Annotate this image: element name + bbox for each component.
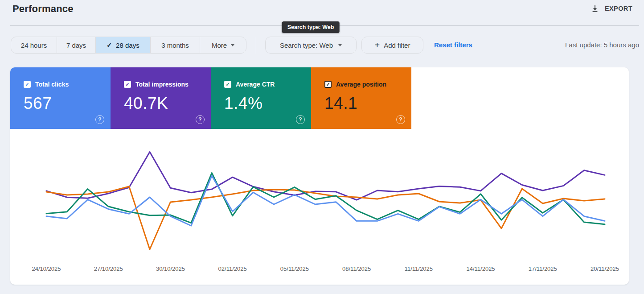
add-filter-button[interactable]: + Add filter: [361, 37, 423, 54]
filter-bar: 24 hours7 days✓28 days3 monthsMore Searc…: [11, 37, 639, 54]
filter-separator: [256, 37, 256, 54]
report-panel: ✓Total clicks567?✓Total impressions40.7K…: [10, 67, 629, 285]
date-range-label: 24 hours: [21, 41, 47, 49]
x-axis-tick: 27/10/2025: [94, 265, 123, 272]
metric-value: 567: [24, 94, 111, 113]
date-range-label: 28 days: [116, 41, 139, 49]
metric-card-header: ✓Average CTR: [224, 81, 311, 88]
reset-filters-link[interactable]: Reset filters: [434, 37, 472, 54]
metric-label: Average CTR: [236, 81, 275, 88]
metric-label: Total clicks: [35, 81, 69, 88]
plus-icon: +: [375, 41, 380, 50]
metric-card-total-impressions[interactable]: ✓Total impressions40.7K?: [111, 67, 211, 129]
metric-checkbox-average-position[interactable]: ✓: [324, 81, 332, 88]
date-range-label: 3 months: [161, 41, 189, 49]
metric-card-header: ✓Average position: [324, 81, 411, 88]
metric-value: 1.4%: [224, 94, 311, 113]
date-range-chip-3-months[interactable]: 3 months: [151, 37, 200, 53]
x-axis-tick: 11/11/2025: [405, 265, 433, 272]
metric-checkbox-total-impressions[interactable]: ✓: [124, 81, 131, 88]
x-axis-tick: 05/11/2025: [280, 265, 309, 272]
metric-label: Total impressions: [135, 81, 189, 88]
chevron-down-icon: [338, 44, 342, 46]
chart-line-ctr: [46, 173, 605, 224]
date-range-chip-more[interactable]: More: [200, 37, 246, 53]
search-type-label: Search type: Web: [280, 41, 333, 49]
x-axis-tick: 14/11/2025: [466, 265, 495, 272]
help-icon[interactable]: ?: [396, 115, 405, 124]
chart-line-impressions: [46, 152, 605, 200]
metric-cards-row: ✓Total clicks567?✓Total impressions40.7K…: [10, 67, 629, 129]
metric-checkbox-total-clicks[interactable]: ✓: [24, 81, 31, 88]
metric-card-average-position[interactable]: ✓Average position14.1?: [311, 67, 411, 129]
chart-canvas[interactable]: [10, 129, 629, 285]
export-button[interactable]: EXPORT: [588, 4, 635, 13]
metric-card-average-ctr[interactable]: ✓Average CTR1.4%?: [211, 67, 311, 129]
export-label: EXPORT: [605, 5, 632, 12]
add-filter-label: Add filter: [384, 41, 410, 49]
x-axis-tick: 02/11/2025: [218, 265, 247, 272]
check-icon: ✓: [107, 41, 112, 49]
help-icon[interactable]: ?: [196, 115, 205, 124]
performance-chart: 24/10/202527/10/202530/10/202502/11/2025…: [10, 129, 629, 285]
download-icon: [591, 4, 599, 12]
x-axis-tick: 30/10/2025: [156, 265, 185, 272]
metric-card-header: ✓Total impressions: [124, 81, 211, 88]
metric-label: Average position: [336, 81, 386, 88]
metric-checkbox-average-ctr[interactable]: ✓: [224, 81, 231, 88]
chart-line-position: [46, 186, 605, 249]
metric-value: 40.7K: [124, 94, 211, 113]
x-axis-tick: 08/11/2025: [342, 265, 371, 272]
last-update-text: Last update: 5 hours ago: [565, 37, 639, 54]
date-range-chip-24-hours[interactable]: 24 hours: [11, 37, 57, 53]
page-title: Performance: [12, 3, 74, 15]
x-axis-tick: 17/11/2025: [529, 265, 557, 272]
help-icon[interactable]: ?: [296, 115, 305, 124]
help-icon[interactable]: ?: [95, 115, 104, 124]
metric-value: 14.1: [324, 94, 411, 113]
metric-card-header: ✓Total clicks: [24, 81, 111, 88]
chart-line-clicks: [46, 176, 605, 226]
date-range-chip-7-days[interactable]: 7 days: [57, 37, 96, 53]
search-type-dropdown[interactable]: Search type: Web: [265, 37, 357, 54]
chevron-down-icon: [231, 44, 234, 46]
x-axis-tick: 20/11/2025: [591, 265, 619, 272]
x-axis-tick: 24/10/2025: [32, 265, 61, 272]
metric-card-total-clicks[interactable]: ✓Total clicks567?: [10, 67, 111, 129]
date-range-chip-28-days[interactable]: ✓28 days: [96, 37, 151, 53]
date-range-label: 7 days: [66, 41, 86, 49]
date-range-label: More: [212, 41, 227, 49]
search-type-tooltip: Search type: Web: [282, 21, 340, 33]
date-range-chip-group: 24 hours7 days✓28 days3 monthsMore: [11, 37, 246, 54]
